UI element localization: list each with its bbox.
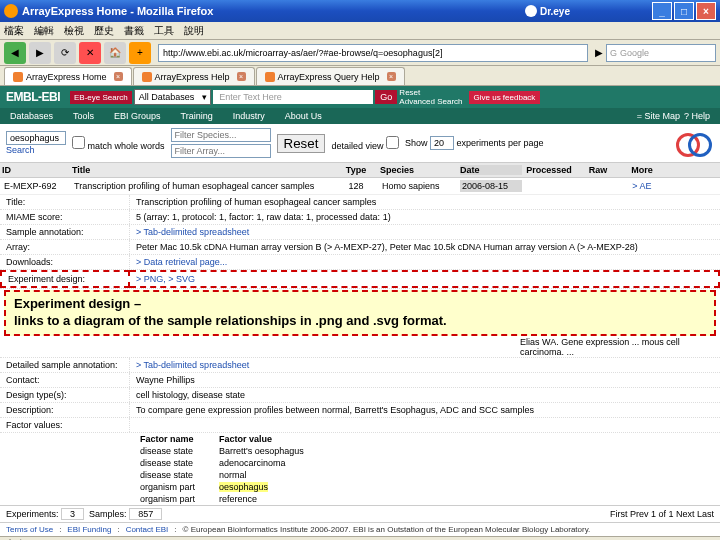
ebi-reset-link[interactable]: ResetAdvanced Search xyxy=(399,88,462,106)
go-button[interactable]: ▶ xyxy=(595,47,603,58)
minimize-button[interactable]: _ xyxy=(652,2,672,20)
samples-label: Samples: xyxy=(89,509,127,519)
ebi-feedback-button[interactable]: Give us feedback xyxy=(469,91,541,104)
cell-species: Homo sapiens xyxy=(380,180,460,192)
ebi-sitemap-link[interactable]: = Site Map xyxy=(637,111,680,121)
stop-button[interactable]: ✕ xyxy=(79,42,101,64)
factor-values-table: Factor nameFactor value disease stateBar… xyxy=(136,433,324,505)
col-processed[interactable]: Processed xyxy=(522,165,576,175)
menu-view[interactable]: 檢視 xyxy=(64,24,84,38)
species-filter-input[interactable] xyxy=(171,128,271,142)
detail-designtype-label: Design type(s): xyxy=(0,388,130,402)
detail-expdesign-label: Experiment design: xyxy=(0,270,130,288)
col-id[interactable]: ID xyxy=(2,165,72,175)
detailed-view-checkbox[interactable] xyxy=(386,136,399,149)
tab-bar: ArrayExpress Home× ArrayExpress Help× Ar… xyxy=(0,66,720,86)
detail-designtype-value: cell histology, disease state xyxy=(130,388,720,402)
ebi-nav-about[interactable]: About Us xyxy=(275,111,332,121)
ebi-nav-databases[interactable]: Databases xyxy=(0,111,63,121)
close-button[interactable]: × xyxy=(696,2,716,20)
menu-bookmarks[interactable]: 書籤 xyxy=(124,24,144,38)
keyword-input[interactable] xyxy=(6,131,66,145)
citation-fragment: Elias WA. Gene expression ... mous cell … xyxy=(520,337,720,357)
filter-reset-button[interactable]: Reset xyxy=(277,134,326,153)
maximize-button[interactable]: □ xyxy=(674,2,694,20)
detailed-view-label: detailed view xyxy=(331,141,383,151)
tab-arrayexpress-home[interactable]: ArrayExpress Home× xyxy=(4,67,132,85)
per-page-input[interactable] xyxy=(430,136,454,150)
url-bar[interactable]: http://www.ebi.ac.uk/microarray-as/aer/?… xyxy=(158,44,588,62)
cell-title: Transcription profiling of human esophag… xyxy=(72,180,332,192)
cell-more[interactable]: > AE xyxy=(620,180,664,192)
detail-factor-value xyxy=(130,418,720,432)
tab-icon xyxy=(13,72,23,82)
col-more[interactable]: More xyxy=(620,165,664,175)
menu-bar: 檔案 編輯 檢視 歷史 書籤 工具 說明 xyxy=(0,22,720,40)
window-title: ArrayExpress Home - Mozilla Firefox xyxy=(22,5,213,17)
array-filter-input[interactable] xyxy=(171,144,271,158)
detail-detailed-sample-value[interactable]: > Tab-delimited spreadsheet xyxy=(130,358,720,372)
home-button[interactable]: 🏠 xyxy=(104,42,126,64)
terms-link[interactable]: Terms of Use xyxy=(6,525,53,534)
menu-help[interactable]: 說明 xyxy=(184,24,204,38)
tab-close-icon[interactable]: × xyxy=(237,72,246,81)
col-type[interactable]: Type xyxy=(332,165,380,175)
factor-name-header: Factor name xyxy=(136,433,215,445)
ebi-nav-groups[interactable]: EBI Groups xyxy=(104,111,171,121)
ebi-search-input[interactable]: Enter Text Here xyxy=(213,90,373,104)
pager-nav[interactable]: First Prev 1 of 1 Next Last xyxy=(610,509,714,519)
detail-miame-value: 5 (array: 1, protocol: 1, factor: 1, raw… xyxy=(130,210,720,224)
funding-link[interactable]: EBI Funding xyxy=(67,525,111,534)
detail-expdesign-value[interactable]: > PNG, > SVG xyxy=(130,270,720,288)
search-link[interactable]: Search xyxy=(6,145,35,155)
forward-button[interactable]: ▶ xyxy=(29,42,51,64)
detail-downloads-value[interactable]: > Data retrieval page... xyxy=(130,255,720,269)
detail-description-label: Description: xyxy=(0,403,130,417)
reload-button[interactable]: ⟳ xyxy=(54,42,76,64)
tab-close-icon[interactable]: × xyxy=(114,72,123,81)
match-label: match whole words xyxy=(88,141,165,151)
addon-button[interactable]: + xyxy=(129,42,151,64)
detail-factor-label: Factor values: xyxy=(0,418,130,432)
detail-sample-anno-label: Sample annotation: xyxy=(0,225,130,239)
table-row[interactable]: E-MEXP-692 Transcription profiling of hu… xyxy=(0,178,720,195)
tab-icon xyxy=(142,72,152,82)
arrayexpress-logo-icon xyxy=(676,130,712,156)
detail-array-label: Array: xyxy=(0,240,130,254)
detail-sample-anno-value[interactable]: > Tab-delimited spreadsheet xyxy=(130,225,720,239)
menu-file[interactable]: 檔案 xyxy=(4,24,24,38)
firefox-icon xyxy=(4,4,18,18)
contact-link[interactable]: Contact EBI xyxy=(126,525,169,534)
ebi-database-select[interactable]: All Databases xyxy=(134,89,212,105)
tab-close-icon[interactable]: × xyxy=(387,72,396,81)
menu-tools[interactable]: 工具 xyxy=(154,24,174,38)
detail-detailed-sample-label: Detailed sample annotation: xyxy=(0,358,130,372)
ebi-go-button[interactable]: Go xyxy=(375,90,397,104)
experiments-label: Experiments: xyxy=(6,509,59,519)
ebi-nav: Databases Tools EBI Groups Training Indu… xyxy=(0,108,720,124)
col-species[interactable]: Species xyxy=(380,165,460,175)
ebi-help-link[interactable]: ? Help xyxy=(684,111,710,121)
match-whole-words-checkbox[interactable] xyxy=(72,136,85,149)
samples-count: 857 xyxy=(129,508,162,520)
tab-arrayexpress-query-help[interactable]: ArrayExpress Query Help× xyxy=(256,67,405,85)
show-label: Show xyxy=(405,138,428,148)
browser-search-box[interactable]: G Google xyxy=(606,44,716,62)
copyright-text: © European Bioinformatics Institute 2006… xyxy=(183,525,714,534)
col-date[interactable]: Date xyxy=(460,165,522,175)
col-title[interactable]: Title xyxy=(72,165,332,175)
factor-value-header: Factor value xyxy=(215,433,324,445)
dreye-widget[interactable]: Dr.eye xyxy=(525,5,570,17)
menu-history[interactable]: 歷史 xyxy=(94,24,114,38)
back-button[interactable]: ◀ xyxy=(4,42,26,64)
ebi-logo[interactable]: EMBL-EBI xyxy=(6,90,60,104)
detail-title-value: Transcription profiling of human esophag… xyxy=(130,195,720,209)
ebi-nav-tools[interactable]: Tools xyxy=(63,111,104,121)
tab-arrayexpress-help[interactable]: ArrayExpress Help× xyxy=(133,67,255,85)
menu-edit[interactable]: 編輯 xyxy=(34,24,54,38)
ebi-nav-industry[interactable]: Industry xyxy=(223,111,275,121)
detail-contact-value: Wayne Phillips xyxy=(130,373,720,387)
col-raw[interactable]: Raw xyxy=(576,165,620,175)
dreye-icon xyxy=(525,5,537,17)
ebi-nav-training[interactable]: Training xyxy=(171,111,223,121)
